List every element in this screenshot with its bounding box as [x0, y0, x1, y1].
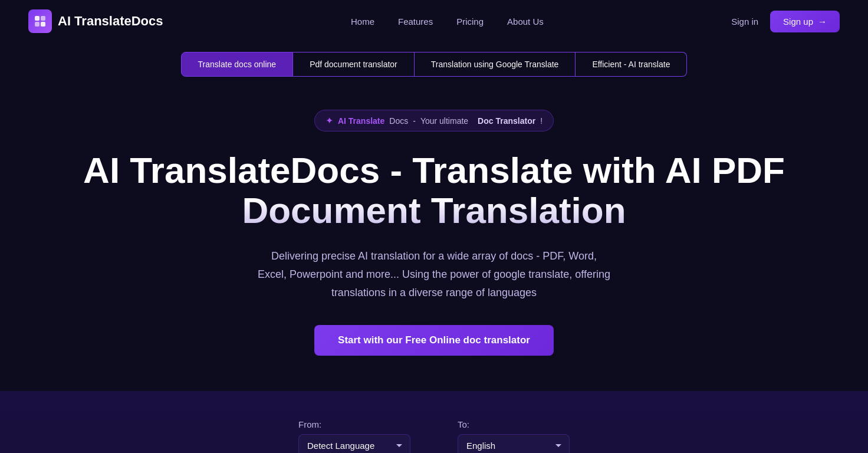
to-language-select[interactable]: English Spanish French German	[458, 434, 570, 453]
from-language-select[interactable]: Detect Language English Spanish French G…	[298, 434, 410, 453]
badge-normal-text: Your ultimate	[420, 116, 468, 126]
controls-row: From: Detect Language English Spanish Fr…	[90, 419, 778, 453]
nav-about[interactable]: About Us	[507, 17, 544, 27]
cta-button[interactable]: Start with our Free Online doc translato…	[314, 325, 554, 356]
svg-rect-3	[41, 22, 45, 27]
nav-features[interactable]: Features	[398, 17, 433, 27]
badge-docs-text: Docs	[389, 116, 408, 126]
tab-google-translate[interactable]: Translation using Google Translate	[415, 52, 576, 77]
nav-home[interactable]: Home	[351, 17, 374, 27]
from-label: From:	[298, 419, 410, 429]
hero-section: ✦ AI Translate Docs - Your ultimate Doc …	[0, 86, 868, 391]
nav-links: Home Features Pricing About Us	[351, 17, 544, 27]
sign-up-button[interactable]: Sign up →	[770, 11, 840, 32]
sparkle-icon: ✦	[326, 115, 333, 126]
hero-badge: ✦ AI Translate Docs - Your ultimate Doc …	[314, 110, 554, 132]
hero-description: Delivering precise AI translation for a …	[257, 247, 611, 301]
logo-icon	[28, 9, 52, 33]
tab-pdf-translator[interactable]: Pdf document translator	[293, 52, 415, 77]
badge-doc-text: Doc Translator	[478, 116, 535, 126]
svg-rect-2	[35, 22, 40, 27]
to-label: To:	[458, 419, 570, 429]
logo[interactable]: AI TranslateDocs	[28, 9, 163, 33]
badge-exclaim: !	[540, 116, 542, 126]
translator-section: From: Detect Language English Spanish Fr…	[0, 391, 868, 453]
nav-actions: Sign in Sign up →	[731, 11, 840, 32]
tabs-bar: Translate docs online Pdf document trans…	[0, 42, 868, 86]
tab-ai-translate[interactable]: Efficient - AI translate	[576, 52, 687, 77]
hero-title: AI TranslateDocs - Translate with AI PDF…	[80, 150, 788, 231]
svg-rect-0	[35, 16, 40, 21]
to-control-group: To: English Spanish French German	[458, 419, 570, 453]
tab-translate-docs[interactable]: Translate docs online	[181, 52, 294, 77]
logo-label: AI TranslateDocs	[58, 14, 163, 29]
arrow-icon: →	[818, 17, 827, 27]
sign-in-button[interactable]: Sign in	[731, 17, 758, 27]
nav-pricing[interactable]: Pricing	[456, 17, 484, 27]
badge-ai-text: AI Translate	[338, 116, 384, 126]
navbar: AI TranslateDocs Home Features Pricing A…	[0, 0, 868, 42]
from-control-group: From: Detect Language English Spanish Fr…	[298, 419, 410, 453]
svg-rect-1	[41, 16, 45, 21]
badge-separator: -	[413, 116, 416, 126]
